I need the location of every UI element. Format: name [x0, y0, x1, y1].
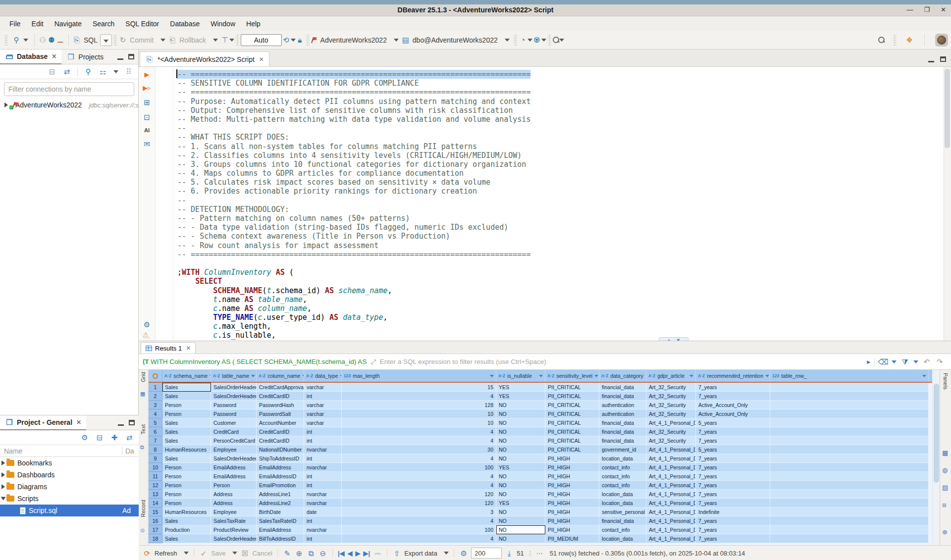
- project-item-script-sql[interactable]: Script.sqlAd: [0, 505, 139, 516]
- tab-results-1[interactable]: Results 1 ✕: [141, 342, 196, 354]
- grid-cell[interactable]: Art_32_Security: [646, 409, 696, 418]
- grid-cell[interactable]: Art_32_Security: [646, 401, 696, 409]
- transaction-filter-icon[interactable]: ⊤: [220, 36, 229, 45]
- grid-cell[interactable]: authentication: [599, 409, 646, 418]
- grid-cell[interactable]: CreditCardApprovalCode: [257, 383, 304, 392]
- grid-cell[interactable]: 7_years: [696, 525, 770, 534]
- scrollbar-thumb[interactable]: [945, 69, 950, 148]
- grid-mode-icon[interactable]: ▦: [140, 391, 145, 397]
- grid-cell[interactable]: NO: [496, 490, 545, 499]
- tab-script-editor[interactable]: ⎘ *<AdventureWorks2022> Script ✕: [140, 51, 269, 66]
- grid-cell[interactable]: location_data: [599, 454, 646, 463]
- grid-cell[interactable]: Art_32_Security: [646, 436, 696, 445]
- grid-cell[interactable]: PII_HIGH: [545, 463, 599, 472]
- grid-cell[interactable]: [770, 401, 929, 409]
- link-icon[interactable]: ⇄: [125, 433, 134, 442]
- gear-icon[interactable]: ⚙: [80, 433, 89, 442]
- sort-arrow-icon[interactable]: [765, 375, 769, 377]
- grid-cell[interactable]: Address: [211, 499, 257, 508]
- grid-cell[interactable]: AddressLine2: [257, 499, 304, 508]
- close-icon[interactable]: ✕: [52, 53, 56, 60]
- gear-icon[interactable]: ⚙: [143, 320, 152, 329]
- sort-arrow-icon[interactable]: [689, 375, 693, 377]
- close-icon[interactable]: ✕: [941, 6, 946, 13]
- grid-cell[interactable]: PII_HIGH: [545, 454, 599, 463]
- code-line[interactable]: -- 4. Maps columns to GDPR articles for …: [177, 169, 745, 178]
- text-mode-label[interactable]: Text: [140, 424, 146, 434]
- grid-cell[interactable]: PII_CRITICAL: [545, 383, 599, 392]
- grid-cell[interactable]: [770, 392, 929, 401]
- grid-cell[interactable]: 4: [342, 427, 496, 436]
- grid-cell[interactable]: int: [304, 516, 342, 525]
- new-connection-button[interactable]: ⚲: [9, 34, 31, 47]
- grid-cell[interactable]: nvarchar: [304, 490, 342, 499]
- grid-cell[interactable]: contact_info: [599, 463, 646, 472]
- column-header-gdpr_article[interactable]: A·Zgdpr_article: [646, 370, 696, 382]
- column-header-schema_name[interactable]: A·Zschema_name: [162, 370, 211, 382]
- grid-cell[interactable]: 15: [342, 383, 496, 392]
- column-header-is_nullable[interactable]: A·Zis_nullable: [496, 370, 545, 382]
- close-icon[interactable]: ✕: [259, 56, 264, 63]
- row-number[interactable]: 10: [149, 463, 162, 472]
- grid-cell[interactable]: location_data: [599, 534, 646, 543]
- grid-cell[interactable]: 10: [342, 418, 496, 427]
- dashboard-gauge-icon[interactable]: ◔: [519, 36, 528, 45]
- grid-cell[interactable]: Sales: [162, 427, 211, 436]
- expand-filter-icon[interactable]: ⤢: [370, 358, 375, 366]
- cancel-button[interactable]: Cancel: [252, 550, 272, 557]
- grid-cell[interactable]: 7_years: [696, 490, 770, 499]
- code-line[interactable]: t.name AS table_name,: [177, 295, 745, 304]
- undo-icon[interactable]: ↶: [922, 357, 931, 366]
- grid-cell[interactable]: PII_CRITICAL: [545, 401, 599, 409]
- editor-scrollbar[interactable]: [944, 67, 951, 341]
- row-number[interactable]: 2: [149, 392, 162, 401]
- grid-cell[interactable]: AccountNumber: [257, 418, 304, 427]
- minimize-icon[interactable]: —: [906, 6, 913, 13]
- grid-cell[interactable]: AddressLine1: [257, 490, 304, 499]
- row-number[interactable]: 1: [149, 383, 162, 392]
- grid-cell[interactable]: authentication: [599, 401, 646, 409]
- menu-navigate[interactable]: Navigate: [50, 18, 86, 30]
- grid-cell[interactable]: EmailAddress: [257, 463, 304, 472]
- grid-cell[interactable]: Person: [162, 401, 211, 409]
- row-number[interactable]: 3: [149, 401, 162, 409]
- grid-cell[interactable]: EmailAddress: [211, 463, 257, 472]
- export-data-button[interactable]: Export data: [404, 550, 449, 557]
- edit-cell-icon[interactable]: ✎: [283, 549, 292, 558]
- close-icon[interactable]: ✕: [76, 419, 81, 426]
- title-bar[interactable]: DBeaver 25.1.3 - <AdventureWorks2022> Sc…: [0, 4, 951, 16]
- grid-cell[interactable]: EmailAddressID: [257, 472, 304, 481]
- grid-cell[interactable]: varchar: [304, 383, 342, 392]
- grid-cell[interactable]: PII_HIGH: [545, 516, 599, 525]
- grid-cell[interactable]: Address: [211, 490, 257, 499]
- grid-cell[interactable]: 4: [342, 472, 496, 481]
- panels-label[interactable]: Panels: [943, 373, 949, 390]
- row-gutter-header[interactable]: [149, 370, 162, 382]
- row-number[interactable]: 9: [149, 454, 162, 463]
- grid-cell[interactable]: Person: [162, 490, 211, 499]
- grid-cell[interactable]: Art_4_1_Personal_Data: [646, 516, 696, 525]
- grid-cell[interactable]: NO: [496, 472, 545, 481]
- grid-scrollbar-thumb[interactable]: [934, 384, 939, 483]
- tab-projects[interactable]: ❒ Projects: [61, 50, 108, 64]
- grid-cell[interactable]: NO: [496, 508, 545, 516]
- grid-cell[interactable]: 4: [342, 436, 496, 445]
- plug-disconnect-icon[interactable]: ⚊: [56, 36, 65, 45]
- new-connection-icon[interactable]: ⚲: [84, 67, 93, 76]
- menu-help[interactable]: Help: [242, 18, 265, 30]
- grid-cell[interactable]: [770, 383, 929, 392]
- grid-cell[interactable]: Password: [211, 409, 257, 418]
- expand-arrow-icon[interactable]: [1, 460, 5, 465]
- grid-cell[interactable]: varchar: [304, 418, 342, 427]
- row-number[interactable]: 8: [149, 445, 162, 454]
- grid-cell[interactable]: Person: [211, 481, 257, 490]
- grid-cell[interactable]: [770, 481, 929, 490]
- grid-cell[interactable]: Art_4_1_Personal_Data: [646, 534, 696, 543]
- link-editor-icon[interactable]: ⇄: [62, 67, 71, 76]
- first-row-icon[interactable]: |◀: [338, 550, 345, 557]
- row-number[interactable]: 13: [149, 490, 162, 499]
- grid-cell[interactable]: 7_years: [696, 383, 770, 392]
- grid-cell[interactable]: [770, 508, 929, 516]
- sql-editor[interactable]: ▶ ▶▹ ⊞ ⊡ AI ✉ ⚙ ···· ⚠ -- ==============…: [139, 67, 951, 341]
- grid-cell[interactable]: int: [304, 472, 342, 481]
